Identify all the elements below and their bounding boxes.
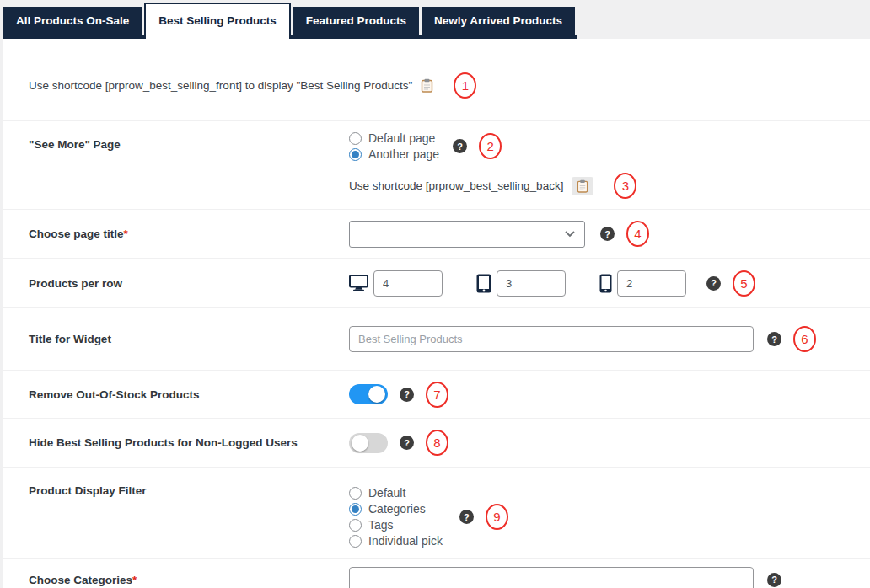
hide-non-logged-row: Hide Best Selling Products for Non-Logge… — [3, 418, 870, 467]
radio-default-page[interactable]: Default page — [349, 131, 439, 145]
tablet-products-input[interactable] — [497, 270, 566, 297]
annotation-circle-4: 4 — [626, 221, 649, 247]
label-text: Choose page title — [29, 227, 124, 240]
radio-default-page-label: Default page — [368, 131, 435, 145]
title-for-widget-row: Title for Widget ? 6 — [3, 307, 870, 370]
help-icon[interactable]: ? — [453, 139, 467, 153]
hide-non-logged-label: Hide Best Selling Products for Non-Logge… — [3, 436, 349, 449]
required-asterisk: * — [132, 574, 137, 586]
radio-tags[interactable]: Tags — [349, 518, 443, 532]
radio-checked-icon — [349, 503, 362, 516]
toggle-knob — [368, 386, 385, 403]
mobile-products-input[interactable] — [617, 270, 686, 297]
title-for-widget-label: Title for Widget — [3, 333, 349, 345]
annotation-circle-7: 7 — [426, 382, 448, 408]
help-icon[interactable]: ? — [706, 276, 721, 291]
radio-icon — [349, 132, 362, 145]
radio-icon — [349, 519, 362, 532]
see-more-radio-group: Default page Another page — [349, 131, 439, 161]
hide-non-logged-toggle[interactable] — [349, 433, 388, 453]
choose-page-title-row: Choose page title* ? 4 — [3, 209, 870, 258]
choose-categories-label: Choose Categories* — [3, 574, 349, 586]
tab-featured-products[interactable]: Featured Products — [293, 7, 419, 35]
tablet-icon — [476, 274, 491, 293]
tab-best-selling-products[interactable]: Best Selling Products — [144, 3, 291, 39]
radio-another-page[interactable]: Another page — [349, 147, 439, 161]
see-more-page-label: "See More" Page — [3, 131, 349, 199]
help-icon[interactable]: ? — [400, 436, 414, 450]
settings-panel: Use shortcode [prprow_best_selling_front… — [3, 39, 870, 588]
radio-default-label: Default — [368, 486, 405, 500]
copy-back-shortcode-button[interactable] — [572, 177, 593, 195]
tab-bar: All Products On-Sale Best Selling Produc… — [0, 0, 870, 39]
choose-categories-input[interactable] — [349, 567, 754, 588]
back-shortcode-text: Use shortcode [prprow_best_selling_back] — [349, 179, 563, 192]
radio-icon — [349, 487, 362, 500]
radio-tags-label: Tags — [368, 518, 394, 532]
display-filter-radio-group: Default Categories Tags Individual pick — [349, 486, 443, 548]
radio-individual-pick-label: Individual pick — [368, 534, 443, 548]
help-icon[interactable]: ? — [767, 573, 781, 587]
tab-strip: All Products On-Sale Best Selling Produc… — [3, 3, 577, 39]
radio-another-page-label: Another page — [368, 147, 439, 161]
radio-individual-pick[interactable]: Individual pick — [349, 534, 443, 548]
radio-default[interactable]: Default — [349, 486, 443, 500]
help-icon[interactable]: ? — [767, 332, 781, 346]
help-icon[interactable]: ? — [459, 510, 474, 524]
radio-icon — [349, 535, 362, 548]
annotation-circle-6: 6 — [793, 326, 816, 352]
see-more-page-row: "See More" Page Default page Another pag… — [3, 120, 870, 209]
label-text: Choose Categories — [29, 574, 132, 586]
shortcode-note-text: Use shortcode [prprow_best_selling_front… — [29, 79, 412, 92]
widget-title-input[interactable] — [349, 326, 754, 352]
annotation-circle-5: 5 — [733, 270, 755, 297]
help-icon[interactable]: ? — [400, 388, 414, 402]
product-display-filter-row: Product Display Filter Default Categorie… — [3, 467, 870, 558]
radio-checked-icon — [349, 148, 362, 161]
chevron-down-icon — [564, 230, 576, 238]
annotation-circle-9: 9 — [486, 504, 508, 530]
remove-out-of-stock-label: Remove Out-Of-Stock Products — [3, 388, 349, 401]
radio-categories-label: Categories — [368, 502, 426, 516]
radio-categories[interactable]: Categories — [349, 502, 443, 516]
annotation-circle-1: 1 — [454, 72, 476, 99]
products-per-row-row: Products per row — [3, 258, 870, 307]
help-icon[interactable]: ? — [600, 227, 615, 241]
page-title-select[interactable] — [349, 221, 585, 248]
copy-shortcode-icon[interactable] — [421, 78, 433, 93]
products-per-row-label: Products per row — [3, 277, 349, 290]
mobile-icon — [599, 274, 612, 293]
annotation-circle-8: 8 — [426, 430, 448, 456]
choose-page-title-label: Choose page title* — [3, 227, 349, 240]
desktop-icon — [349, 275, 368, 291]
shortcode-note-row: Use shortcode [prprow_best_selling_front… — [3, 39, 870, 120]
choose-categories-row: Choose Categories* ? — [3, 558, 870, 588]
toggle-knob — [352, 435, 368, 452]
tab-all-products-on-sale[interactable]: All Products On-Sale — [3, 7, 142, 35]
product-display-filter-label: Product Display Filter — [3, 476, 349, 558]
annotation-circle-3: 3 — [614, 173, 636, 199]
required-asterisk: * — [124, 227, 128, 240]
desktop-products-input[interactable] — [373, 270, 443, 297]
tab-newly-arrived-products[interactable]: Newly Arrived Products — [422, 7, 575, 35]
remove-out-of-stock-row: Remove Out-Of-Stock Products ? 7 — [3, 370, 870, 418]
remove-out-of-stock-toggle[interactable] — [349, 384, 388, 404]
annotation-circle-2: 2 — [479, 133, 502, 159]
